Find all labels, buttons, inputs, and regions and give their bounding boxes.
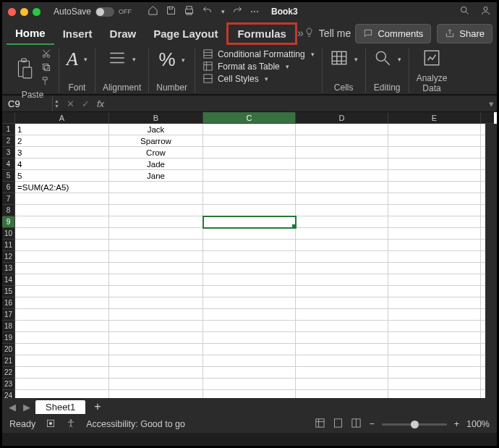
cell[interactable] — [203, 367, 296, 379]
cell[interactable] — [388, 274, 481, 286]
row-header[interactable]: 1 — [2, 124, 15, 135]
cancel-formula-icon[interactable]: ✕ — [67, 98, 74, 109]
editing-icon[interactable] — [373, 48, 392, 69]
sheet-tab[interactable]: Sheet1 — [35, 400, 85, 414]
tab-formulas[interactable]: Formulas — [226, 22, 297, 45]
row-header[interactable]: 12 — [2, 251, 15, 263]
cell[interactable]: 4 — [15, 159, 109, 170]
column-header[interactable]: B — [109, 112, 203, 124]
cell[interactable] — [388, 147, 481, 159]
cell[interactable] — [203, 147, 296, 159]
cell[interactable] — [109, 321, 203, 332]
font-a-icon[interactable]: A — [67, 48, 78, 70]
cell[interactable] — [388, 332, 481, 344]
cell[interactable]: 3 — [15, 147, 109, 159]
cell[interactable] — [388, 205, 481, 216]
sheet-nav-next-icon[interactable]: ▶ — [21, 402, 33, 413]
close-window-button[interactable] — [8, 8, 16, 16]
cell[interactable] — [109, 205, 203, 216]
cell[interactable] — [15, 297, 109, 309]
cell[interactable] — [109, 182, 203, 193]
cell[interactable] — [388, 286, 481, 297]
cell[interactable] — [296, 135, 388, 147]
cell[interactable] — [296, 251, 388, 263]
cell[interactable] — [388, 124, 481, 135]
cell[interactable] — [388, 240, 481, 251]
tab-draw[interactable]: Draw — [101, 23, 145, 44]
cell[interactable] — [109, 274, 203, 286]
cell[interactable] — [388, 344, 481, 355]
cell[interactable] — [388, 182, 481, 193]
conditional-formatting-button[interactable]: Conditional Formatting▾ — [202, 48, 315, 59]
cell[interactable] — [203, 124, 296, 135]
cell[interactable] — [296, 379, 388, 390]
macro-record-icon[interactable] — [46, 418, 56, 431]
cell[interactable] — [203, 297, 296, 309]
row-header[interactable]: 17 — [2, 309, 15, 321]
row-header[interactable]: 5 — [2, 170, 15, 182]
cell-styles-button[interactable]: Cell Styles▾ — [202, 73, 315, 84]
cell[interactable] — [15, 193, 109, 205]
formula-input[interactable] — [111, 96, 485, 111]
tab-insert[interactable]: Insert — [54, 23, 101, 44]
name-box[interactable]: C9 — [2, 96, 53, 111]
vertical-scrollbar[interactable] — [485, 124, 497, 398]
cell[interactable] — [15, 321, 109, 332]
cell[interactable] — [109, 251, 203, 263]
cell[interactable] — [203, 355, 296, 367]
cell[interactable] — [296, 240, 388, 251]
undo-dropdown-icon[interactable]: ▾ — [221, 8, 225, 15]
cell[interactable] — [388, 193, 481, 205]
cell[interactable] — [203, 193, 296, 205]
cell[interactable] — [296, 286, 388, 297]
tell-me-search[interactable]: Tell me — [304, 27, 351, 40]
name-box-stepper[interactable]: ▲▼ — [54, 98, 59, 109]
cell[interactable] — [203, 216, 296, 228]
share-button[interactable]: Share — [437, 24, 492, 43]
row-header[interactable]: 23 — [2, 379, 15, 390]
cell[interactable] — [296, 205, 388, 216]
cell[interactable] — [203, 182, 296, 193]
row-header[interactable]: 20 — [2, 344, 15, 355]
cell[interactable]: =SUM(A2:A5) — [15, 182, 109, 193]
cell[interactable]: 2 — [15, 135, 109, 147]
cell[interactable] — [388, 216, 481, 228]
redo-icon[interactable] — [232, 5, 243, 18]
alignment-icon[interactable] — [108, 48, 127, 69]
more-qat-icon[interactable]: ⋯ — [250, 7, 260, 17]
cell[interactable] — [203, 228, 296, 240]
cells-icon[interactable] — [330, 48, 349, 69]
cell[interactable] — [15, 251, 109, 263]
cell[interactable] — [15, 332, 109, 344]
row-header[interactable]: 11 — [2, 240, 15, 251]
cell[interactable] — [203, 251, 296, 263]
row-header[interactable]: 4 — [2, 159, 15, 170]
cell[interactable] — [296, 321, 388, 332]
cell[interactable]: Jade — [109, 159, 203, 170]
cell[interactable] — [296, 355, 388, 367]
tab-page-layout[interactable]: Page Layout — [145, 23, 226, 44]
cell[interactable]: Crow — [109, 147, 203, 159]
row-header[interactable]: 6 — [2, 182, 15, 193]
row-header[interactable]: 7 — [2, 193, 15, 205]
add-sheet-button[interactable]: + — [88, 400, 106, 413]
cell[interactable] — [296, 332, 388, 344]
row-header[interactable]: 10 — [2, 228, 15, 240]
cell[interactable] — [15, 379, 109, 390]
cell[interactable] — [296, 390, 388, 398]
cell[interactable] — [203, 274, 296, 286]
accessibility-icon[interactable] — [66, 418, 76, 431]
page-layout-view-icon[interactable] — [333, 418, 344, 431]
cell[interactable] — [15, 228, 109, 240]
cell[interactable] — [388, 309, 481, 321]
cell[interactable] — [109, 344, 203, 355]
autosave-control[interactable]: AutoSave OFF — [54, 7, 132, 17]
cell[interactable] — [296, 159, 388, 170]
row-header[interactable]: 2 — [2, 135, 15, 147]
cell[interactable] — [15, 216, 109, 228]
cell[interactable] — [109, 367, 203, 379]
cell[interactable] — [203, 390, 296, 398]
fx-icon[interactable]: fx — [97, 98, 104, 109]
cell[interactable] — [109, 228, 203, 240]
cell[interactable] — [203, 205, 296, 216]
